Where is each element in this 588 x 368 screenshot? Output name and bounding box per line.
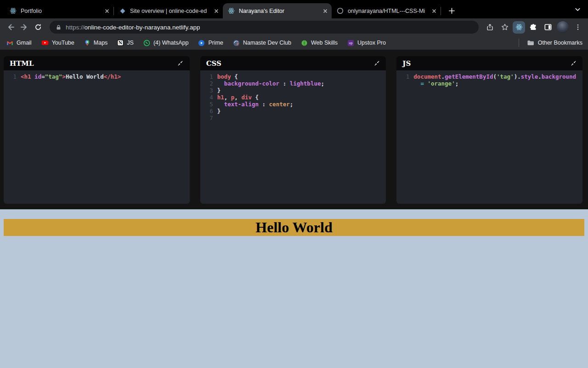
tab-close-button[interactable] bbox=[212, 7, 220, 15]
browser-tab[interactable]: Narayana's Editor bbox=[223, 3, 332, 18]
collapse-icon[interactable] bbox=[177, 60, 184, 67]
code-editor[interactable]: 1<h1 id="tag">Hello World</h1> bbox=[4, 70, 190, 204]
tab-divider bbox=[441, 7, 441, 15]
extensions-button[interactable] bbox=[526, 21, 540, 34]
browser-toolbar: https://online-code-editor-by-narayana.n… bbox=[0, 18, 588, 36]
divider bbox=[519, 39, 519, 47]
tab-title: onlynarayana/HTML---CSS-Mi bbox=[348, 8, 428, 14]
chevron-down-icon bbox=[574, 6, 581, 13]
code-line: 3} bbox=[200, 87, 386, 94]
other-bookmarks-label: Other Bookmarks bbox=[538, 40, 582, 46]
preview-heading: Hello World bbox=[4, 219, 584, 236]
side-panel-button[interactable] bbox=[541, 21, 554, 34]
code-text bbox=[213, 115, 217, 121]
line-number: 1 bbox=[4, 73, 17, 80]
line-number: 7 bbox=[200, 115, 213, 121]
bookmark-item[interactable]: NJS bbox=[117, 40, 134, 46]
collapse-icon[interactable] bbox=[373, 60, 380, 67]
react-devtools-extension-button[interactable] bbox=[513, 21, 525, 34]
folder-icon bbox=[527, 39, 534, 46]
whatsapp-icon bbox=[143, 40, 150, 46]
tab-close-button[interactable] bbox=[430, 7, 438, 15]
tab-title: Portfolio bbox=[21, 8, 101, 14]
bookmark-item[interactable]: Maps bbox=[84, 40, 108, 46]
code-editor[interactable]: 1document.getElementById('tag').style.ba… bbox=[396, 70, 582, 204]
bookmark-label: Namaste Dev Club bbox=[243, 40, 291, 46]
prime-icon bbox=[198, 40, 205, 46]
panel-title: JS bbox=[402, 59, 411, 68]
browser-tab[interactable]: Site overview | online-code-ed bbox=[114, 3, 223, 18]
panel-header: CSS bbox=[200, 56, 386, 70]
bookmark-item[interactable]: 2Namaste Dev Club bbox=[233, 40, 291, 46]
code-line: 6} bbox=[200, 108, 386, 115]
code-line: 7 bbox=[200, 115, 386, 121]
preview-pane: Hello World bbox=[0, 209, 588, 368]
bookmark-label: Upstox Pro bbox=[357, 40, 386, 46]
browser-window: PortfolioSite overview | online-code-edN… bbox=[0, 0, 588, 368]
panel-title: CSS bbox=[206, 59, 221, 68]
bookmark-star-button[interactable] bbox=[498, 21, 511, 34]
bookmark-item[interactable]: upUpstox Pro bbox=[347, 40, 386, 46]
bookmark-item[interactable]: Gmail bbox=[6, 40, 32, 46]
code-line: 1body { bbox=[200, 73, 386, 80]
back-button[interactable] bbox=[4, 20, 17, 34]
line-number: 4 bbox=[200, 94, 213, 101]
code-text: text-align : center; bbox=[213, 101, 294, 108]
notion-icon: N bbox=[117, 40, 124, 46]
other-bookmarks[interactable]: Other Bookmarks bbox=[519, 39, 582, 47]
line-number: 3 bbox=[200, 87, 213, 94]
address-bar[interactable]: https://online-code-editor-by-narayana.n… bbox=[50, 21, 479, 34]
code-text: document.getElementById('tag').style.bac… bbox=[409, 73, 576, 80]
url-scheme: https:// bbox=[66, 24, 85, 31]
github-icon bbox=[336, 7, 344, 15]
browser-tab[interactable]: Portfolio bbox=[5, 3, 113, 18]
panel-title: HTML bbox=[10, 59, 34, 68]
diamond-icon bbox=[119, 7, 126, 15]
collapse-icon[interactable] bbox=[570, 60, 577, 67]
bookmark-item[interactable]: (4) WhatsApp bbox=[143, 40, 188, 46]
code-line: 1document.getElementById('tag').style.ba… bbox=[396, 73, 582, 80]
profile-avatar[interactable] bbox=[557, 21, 569, 33]
menu-button[interactable] bbox=[571, 21, 584, 34]
tab-close-button[interactable] bbox=[321, 7, 329, 15]
line-number: 1 bbox=[200, 73, 213, 80]
editor-panel-css: CSS1body {2 background-color : lightblue… bbox=[200, 56, 386, 204]
tab-title: Site overview | online-code-ed bbox=[130, 8, 210, 14]
bookmark-item[interactable]: Prime bbox=[198, 40, 223, 46]
bookmark-label: Gmail bbox=[17, 40, 32, 46]
svg-text:2: 2 bbox=[237, 42, 239, 46]
bookmark-item[interactable]: Web Skills bbox=[301, 40, 338, 46]
line-number: 1 bbox=[396, 73, 409, 80]
reload-button[interactable] bbox=[31, 20, 45, 34]
code-text: = 'orange'; bbox=[409, 80, 458, 87]
forward-button[interactable] bbox=[17, 20, 31, 34]
tab-strip: PortfolioSite overview | online-code-edN… bbox=[0, 0, 588, 18]
bookmark-label: YouTube bbox=[52, 40, 74, 46]
panel-header: HTML bbox=[4, 56, 190, 70]
bookmark-label: JS bbox=[127, 40, 134, 46]
bookmark-list: GmailYouTubeMapsNJS(4) WhatsAppPrime2Nam… bbox=[6, 39, 386, 46]
editor-panels: HTML1<h1 id="tag">Hello World</h1>CSS1bo… bbox=[0, 50, 588, 209]
line-number: 6 bbox=[200, 108, 213, 115]
tab-search-button[interactable] bbox=[571, 6, 584, 13]
react-icon bbox=[227, 7, 235, 15]
line-number bbox=[396, 80, 409, 87]
browser-tab[interactable]: onlynarayana/HTML---CSS-Mi bbox=[332, 3, 441, 18]
bookmarks-bar: GmailYouTubeMapsNJS(4) WhatsAppPrime2Nam… bbox=[0, 36, 588, 50]
new-tab-button[interactable] bbox=[445, 4, 458, 17]
react-icon bbox=[9, 7, 17, 15]
line-number: 2 bbox=[200, 80, 213, 87]
svg-text:up: up bbox=[349, 41, 353, 45]
code-text: h1, p, div { bbox=[213, 94, 259, 101]
url-host: online-code-editor-by-narayana.netlify.a… bbox=[85, 24, 200, 31]
bookmark-label: Maps bbox=[94, 40, 108, 46]
code-text: background-color : lightblue; bbox=[213, 80, 324, 87]
tab-close-button[interactable] bbox=[103, 7, 111, 15]
bookmark-label: Web Skills bbox=[311, 40, 338, 46]
bookmark-item[interactable]: YouTube bbox=[41, 39, 74, 46]
code-text: } bbox=[213, 108, 221, 115]
code-line: 4h1, p, div { bbox=[200, 94, 386, 101]
share-button[interactable] bbox=[483, 21, 497, 34]
code-editor[interactable]: 1body {2 background-color : lightblue;3}… bbox=[200, 70, 386, 204]
bookmark-label: Prime bbox=[208, 40, 223, 46]
